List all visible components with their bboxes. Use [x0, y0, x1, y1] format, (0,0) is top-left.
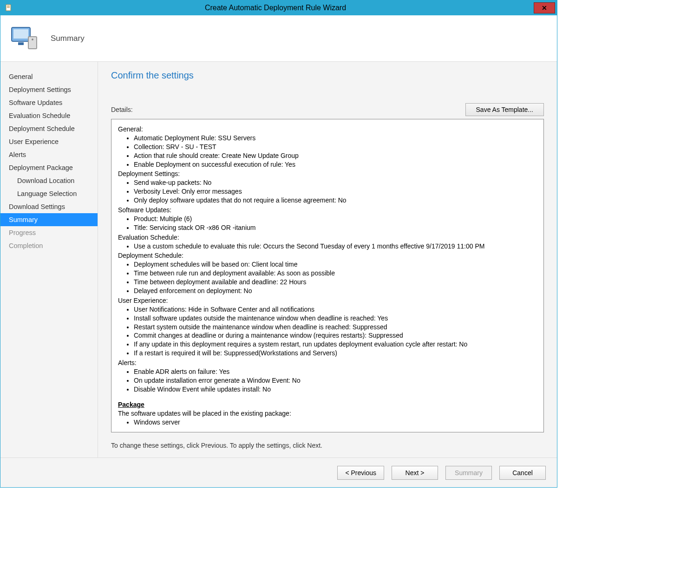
details-label: Details:: [111, 106, 133, 113]
sidebar-item-general[interactable]: General: [0, 70, 98, 83]
section-evaluation-schedule-list: Use a custom schedule to evaluate this r…: [118, 242, 537, 251]
hint-text: To change these settings, click Previous…: [111, 442, 544, 449]
sidebar-item-download-location[interactable]: Download Location: [0, 174, 98, 187]
wizard-sidebar: General Deployment Settings Software Upd…: [0, 62, 98, 457]
list-item: Title: Servicing stack OR -x86 OR -itani…: [134, 223, 537, 232]
list-item: Commit changes at deadline or during a m…: [134, 331, 537, 340]
list-item: Collection: SRV - SU - TEST: [134, 143, 537, 151]
sidebar-item-evaluation-schedule[interactable]: Evaluation Schedule: [0, 109, 98, 122]
wizard-window: Create Automatic Deployment Rule Wizard …: [0, 0, 557, 488]
section-evaluation-schedule-title: Evaluation Schedule:: [118, 233, 537, 242]
section-package-desc: The software updates will be placed in t…: [118, 409, 537, 418]
list-item: Time between deployment available and de…: [134, 278, 537, 287]
section-deployment-settings-title: Deployment Settings:: [118, 170, 537, 178]
app-icon: [4, 3, 13, 13]
list-item: Product: Multiple (6): [134, 215, 537, 223]
section-user-experience-list: User Notifications: Hide in Software Cen…: [118, 305, 537, 358]
svg-rect-7: [28, 37, 37, 49]
previous-button[interactable]: < Previous: [337, 466, 384, 480]
svg-rect-3: [7, 7, 10, 8]
sidebar-item-language-selection[interactable]: Language Selection: [0, 187, 98, 200]
svg-point-8: [32, 39, 33, 40]
section-general-title: General:: [118, 125, 537, 134]
list-item: If any update in this deployment require…: [134, 340, 537, 349]
section-user-experience-title: User Experience:: [118, 296, 537, 305]
list-item: Restart system outside the maintenance w…: [134, 323, 537, 332]
list-item: Action that rule should create: Create N…: [134, 151, 537, 160]
sidebar-item-download-settings[interactable]: Download Settings: [0, 200, 98, 213]
save-as-template-button[interactable]: Save As Template...: [465, 103, 544, 116]
section-package-list: Windows server: [118, 418, 537, 427]
monitor-icon: [10, 24, 39, 53]
list-item: Windows server: [134, 418, 537, 427]
next-button[interactable]: Next >: [392, 466, 438, 480]
section-software-updates-list: Product: Multiple (6) Title: Servicing s…: [118, 215, 537, 232]
main-panel: Confirm the settings Details: Save As Te…: [98, 62, 557, 457]
list-item: Enable Deployment on successful executio…: [134, 160, 537, 169]
header-band: Summary: [0, 15, 557, 62]
window-title: Create Automatic Deployment Rule Wizard: [17, 4, 534, 12]
sidebar-item-completion: Completion: [0, 239, 98, 252]
list-item: Only deploy software updates that do not…: [134, 196, 537, 205]
section-deployment-schedule-title: Deployment Schedule:: [118, 251, 537, 260]
sidebar-item-deployment-schedule[interactable]: Deployment Schedule: [0, 122, 98, 135]
svg-rect-1: [7, 6, 10, 6]
cancel-button[interactable]: Cancel: [499, 466, 546, 480]
section-alerts-title: Alerts:: [118, 359, 537, 367]
list-item: Install software updates outside the mai…: [134, 314, 537, 323]
details-box[interactable]: General: Automatic Deployment Rule: SSU …: [111, 119, 544, 432]
list-item: Delayed enforcement on deployment: No: [134, 287, 537, 295]
list-item: Use a custom schedule to evaluate this r…: [134, 242, 537, 251]
close-button[interactable]: ✕: [534, 2, 555, 13]
sidebar-item-deployment-package[interactable]: Deployment Package: [0, 161, 98, 174]
svg-rect-2: [7, 7, 10, 7]
page-title: Summary: [51, 34, 85, 43]
section-deployment-schedule-list: Deployment schedules will be based on: C…: [118, 260, 537, 295]
svg-rect-5: [13, 29, 28, 39]
list-item: If a restart is required it will be: Sup…: [134, 349, 537, 358]
list-item: Verbosity Level: Only error messages: [134, 187, 537, 196]
list-item: Send wake-up packets: No: [134, 178, 537, 187]
sidebar-item-summary[interactable]: Summary: [0, 213, 98, 226]
sidebar-item-deployment-settings[interactable]: Deployment Settings: [0, 83, 98, 96]
section-package-title: Package: [118, 400, 537, 409]
svg-rect-6: [18, 42, 24, 45]
list-item: Time between rule run and deployment ava…: [134, 269, 537, 278]
section-alerts-list: Enable ADR alerts on failure: Yes On upd…: [118, 367, 537, 394]
wizard-footer: < Previous Next > Summary Cancel: [0, 457, 557, 487]
details-header-row: Details: Save As Template...: [111, 103, 544, 116]
sidebar-item-alerts[interactable]: Alerts: [0, 148, 98, 161]
sidebar-item-user-experience[interactable]: User Experience: [0, 135, 98, 148]
sidebar-item-software-updates[interactable]: Software Updates: [0, 96, 98, 109]
section-software-updates-title: Software Updates:: [118, 206, 537, 215]
section-general-list: Automatic Deployment Rule: SSU Servers C…: [118, 134, 537, 169]
list-item: Automatic Deployment Rule: SSU Servers: [134, 134, 537, 143]
sidebar-item-progress: Progress: [0, 226, 98, 239]
body: General Deployment Settings Software Upd…: [0, 62, 557, 457]
list-item: Enable ADR alerts on failure: Yes: [134, 367, 537, 376]
section-deployment-settings-list: Send wake-up packets: No Verbosity Level…: [118, 178, 537, 205]
list-item: Disable Window Event while updates insta…: [134, 385, 537, 394]
list-item: User Notifications: Hide in Software Cen…: [134, 305, 537, 314]
titlebar: Create Automatic Deployment Rule Wizard …: [0, 0, 557, 15]
list-item: Deployment schedules will be based on: C…: [134, 260, 537, 269]
list-item: On update installation error generate a …: [134, 376, 537, 385]
main-heading: Confirm the settings: [111, 70, 544, 81]
summary-button: Summary: [445, 466, 492, 480]
